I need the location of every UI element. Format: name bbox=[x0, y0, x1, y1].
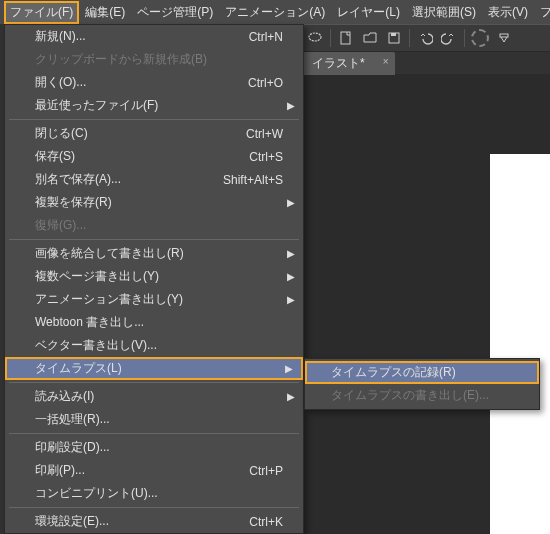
menu-label: 復帰(G)... bbox=[35, 217, 86, 234]
menu-edit[interactable]: 編集(E) bbox=[79, 1, 131, 24]
undo-icon[interactable] bbox=[414, 27, 436, 49]
menu-label: タイムラプスの書き出し(E)... bbox=[331, 387, 489, 404]
menu-shortcut: Ctrl+N bbox=[249, 30, 283, 44]
menu-selection[interactable]: 選択範囲(S) bbox=[406, 1, 482, 24]
tab-label: イラスト* bbox=[312, 56, 365, 70]
menu-item-export-vector[interactable]: ベクター書き出し(V)... bbox=[5, 334, 303, 357]
toolbar-separator bbox=[409, 29, 410, 47]
menu-item-print-setup[interactable]: 印刷設定(D)... bbox=[5, 436, 303, 459]
menu-item-new[interactable]: 新規(N)... Ctrl+N bbox=[5, 25, 303, 48]
menu-item-save-as[interactable]: 別名で保存(A)... Shift+Alt+S bbox=[5, 168, 303, 191]
menu-item-close[interactable]: 閉じる(C) Ctrl+W bbox=[5, 122, 303, 145]
menu-label: タイムラプスの記録(R) bbox=[331, 364, 456, 381]
chevron-right-icon: ▶ bbox=[287, 271, 295, 282]
menu-label: 新規(N)... bbox=[35, 28, 86, 45]
lasso-icon[interactable] bbox=[304, 27, 326, 49]
menu-label: ベクター書き出し(V)... bbox=[35, 337, 157, 354]
file-menu-dropdown: 新規(N)... Ctrl+N クリップボードから新規作成(B) 開く(O)..… bbox=[4, 24, 304, 534]
menu-shortcut: Ctrl+P bbox=[249, 464, 283, 478]
menu-shortcut: Ctrl+S bbox=[249, 150, 283, 164]
menu-page[interactable]: ページ管理(P) bbox=[131, 1, 219, 24]
menu-separator bbox=[9, 382, 299, 383]
menu-view[interactable]: 表示(V) bbox=[482, 1, 534, 24]
chevron-right-icon: ▶ bbox=[287, 197, 295, 208]
open-icon[interactable] bbox=[359, 27, 381, 49]
menu-label: 複製を保存(R) bbox=[35, 194, 112, 211]
clear-icon[interactable] bbox=[493, 27, 515, 49]
menu-shortcut: Ctrl+O bbox=[248, 76, 283, 90]
menu-file[interactable]: ファイル(F) bbox=[4, 1, 79, 24]
menu-shortcut: Ctrl+W bbox=[246, 127, 283, 141]
menu-shortcut: Shift+Alt+S bbox=[223, 173, 283, 187]
toolbar bbox=[300, 24, 550, 52]
menu-label: Webtoon 書き出し... bbox=[35, 314, 144, 331]
toolbar-separator bbox=[330, 29, 331, 47]
canvas[interactable] bbox=[490, 154, 550, 534]
menu-item-import[interactable]: 読み込み(I) ▶ bbox=[5, 385, 303, 408]
menu-label: 閉じる(C) bbox=[35, 125, 88, 142]
menubar: ファイル(F) 編集(E) ページ管理(P) アニメーション(A) レイヤー(L… bbox=[0, 0, 550, 24]
menu-item-recent[interactable]: 最近使ったファイル(F) ▶ bbox=[5, 94, 303, 117]
menu-label: 環境設定(E)... bbox=[35, 513, 109, 530]
loading-icon bbox=[469, 27, 491, 49]
menu-item-print[interactable]: 印刷(P)... Ctrl+P bbox=[5, 459, 303, 482]
menu-item-clipboard-new: クリップボードから新規作成(B) bbox=[5, 48, 303, 71]
chevron-right-icon: ▶ bbox=[285, 363, 293, 374]
menu-item-revert: 復帰(G)... bbox=[5, 214, 303, 237]
menu-label: 別名で保存(A)... bbox=[35, 171, 121, 188]
svg-rect-4 bbox=[500, 34, 508, 37]
chevron-right-icon: ▶ bbox=[287, 294, 295, 305]
menu-truncated[interactable]: フ bbox=[534, 1, 550, 24]
menu-item-save[interactable]: 保存(S) Ctrl+S bbox=[5, 145, 303, 168]
canvas-area bbox=[300, 74, 550, 534]
svg-rect-1 bbox=[341, 32, 350, 44]
menu-label: タイムラプス(L) bbox=[35, 360, 122, 377]
menu-label: 読み込み(I) bbox=[35, 388, 94, 405]
menu-animation[interactable]: アニメーション(A) bbox=[219, 1, 331, 24]
save-icon[interactable] bbox=[383, 27, 405, 49]
document-tab[interactable]: イラスト* × bbox=[300, 52, 395, 75]
chevron-right-icon: ▶ bbox=[287, 391, 295, 402]
menu-item-convenience-print[interactable]: コンビニプリント(U)... bbox=[5, 482, 303, 505]
menu-label: 一括処理(R)... bbox=[35, 411, 110, 428]
menu-separator bbox=[9, 239, 299, 240]
new-icon[interactable] bbox=[335, 27, 357, 49]
svg-point-0 bbox=[309, 33, 321, 41]
menu-label: 保存(S) bbox=[35, 148, 75, 165]
tab-row: イラスト* × bbox=[300, 52, 550, 74]
menu-label: 印刷設定(D)... bbox=[35, 439, 110, 456]
menu-separator bbox=[9, 433, 299, 434]
menu-label: アニメーション書き出し(Y) bbox=[35, 291, 183, 308]
menu-label: 複数ページ書き出し(Y) bbox=[35, 268, 159, 285]
menu-item-export-pages[interactable]: 複数ページ書き出し(Y) ▶ bbox=[5, 265, 303, 288]
menu-label: 印刷(P)... bbox=[35, 462, 85, 479]
submenu-timelapse-export: タイムラプスの書き出し(E)... bbox=[305, 384, 539, 407]
submenu-timelapse-record[interactable]: タイムラプスの記録(R) bbox=[305, 361, 539, 384]
menu-shortcut: Ctrl+K bbox=[249, 515, 283, 529]
close-icon[interactable]: × bbox=[383, 56, 389, 67]
timelapse-submenu: タイムラプスの記録(R) タイムラプスの書き出し(E)... bbox=[304, 358, 540, 410]
menu-item-export-animation[interactable]: アニメーション書き出し(Y) ▶ bbox=[5, 288, 303, 311]
menu-label: 開く(O)... bbox=[35, 74, 86, 91]
menu-separator bbox=[9, 119, 299, 120]
menu-label: 画像を統合して書き出し(R) bbox=[35, 245, 184, 262]
menu-layer[interactable]: レイヤー(L) bbox=[331, 1, 406, 24]
menu-item-batch[interactable]: 一括処理(R)... bbox=[5, 408, 303, 431]
menu-separator bbox=[9, 507, 299, 508]
menu-item-export-merged[interactable]: 画像を統合して書き出し(R) ▶ bbox=[5, 242, 303, 265]
redo-icon[interactable] bbox=[438, 27, 460, 49]
menu-label: クリップボードから新規作成(B) bbox=[35, 51, 207, 68]
menu-item-timelapse[interactable]: タイムラプス(L) ▶ bbox=[5, 357, 303, 380]
chevron-right-icon: ▶ bbox=[287, 100, 295, 111]
menu-item-save-duplicate[interactable]: 複製を保存(R) ▶ bbox=[5, 191, 303, 214]
menu-item-export-webtoon[interactable]: Webtoon 書き出し... bbox=[5, 311, 303, 334]
menu-item-preferences[interactable]: 環境設定(E)... Ctrl+K bbox=[5, 510, 303, 533]
svg-rect-3 bbox=[391, 33, 396, 36]
chevron-right-icon: ▶ bbox=[287, 248, 295, 259]
menu-label: コンビニプリント(U)... bbox=[35, 485, 158, 502]
menu-label: 最近使ったファイル(F) bbox=[35, 97, 158, 114]
menu-item-open[interactable]: 開く(O)... Ctrl+O bbox=[5, 71, 303, 94]
toolbar-separator bbox=[464, 29, 465, 47]
